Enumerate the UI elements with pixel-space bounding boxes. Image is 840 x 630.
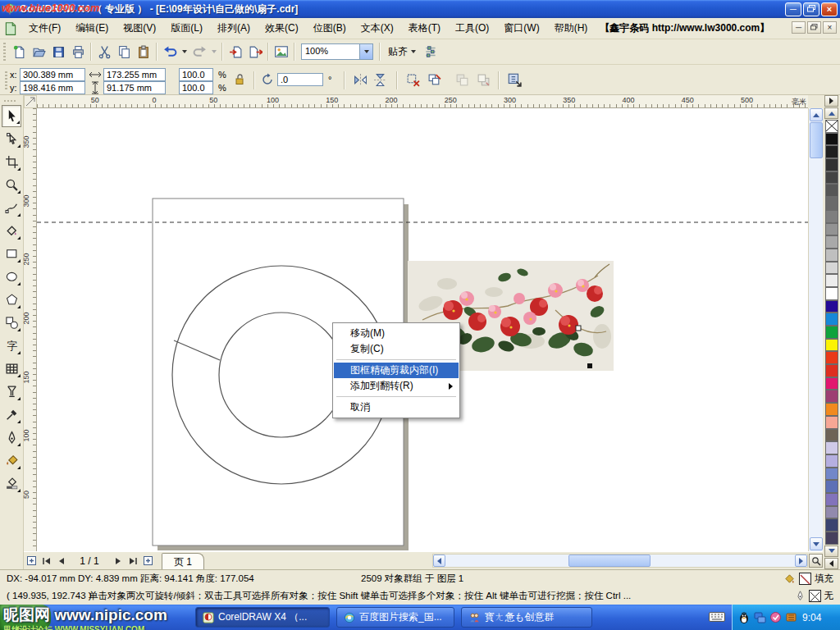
new-button[interactable] [9,42,29,62]
input-method-icon[interactable] [709,611,725,623]
snap-to-button[interactable]: 贴齐 [383,43,421,62]
hscroll-right-button[interactable] [795,555,807,567]
quick-customize-button[interactable] [505,71,523,89]
color-swatch-23[interactable] [825,416,838,429]
shape-tool[interactable] [2,128,21,150]
pick-tool[interactable] [2,105,21,127]
qq-tray-icon[interactable] [737,611,751,624]
doc-restore-button[interactable] [807,21,821,34]
color-swatch-6[interactable] [825,197,838,210]
lock-ratio-icon[interactable] [233,73,246,86]
color-swatch-1[interactable] [825,133,838,146]
menu-item-表格[interactable]: 表格(T) [401,18,448,39]
y-position-field[interactable]: 198.416 mm [20,81,85,94]
color-swatch-18[interactable] [825,351,838,364]
redo-button[interactable] [189,42,209,62]
horizontal-scrollbar[interactable] [432,554,808,568]
export-button[interactable] [245,42,265,62]
menu-item-文本[interactable]: 文本(X) [354,18,401,39]
color-swatch-21[interactable] [825,390,838,403]
swatch-no-color[interactable] [825,120,838,133]
add-page-button-left[interactable] [24,554,39,568]
start-button[interactable] [0,605,51,630]
color-swatch-5[interactable] [825,184,838,197]
color-swatch-4[interactable] [825,171,838,185]
scale-y-field[interactable]: 100.0 [179,81,213,94]
context-menu-item-6[interactable]: 取消 [334,399,459,415]
color-swatch-12[interactable] [825,274,838,287]
color-swatch-3[interactable] [825,158,838,171]
zoom-combo-arrow[interactable] [359,44,372,59]
color-swatch-10[interactable] [825,249,838,262]
scroll-down-button[interactable] [810,537,823,550]
menu-item-窗口[interactable]: 窗口(W) [496,18,546,39]
add-page-button-right[interactable] [140,554,155,568]
copy-button[interactable] [114,42,134,62]
next-page-button[interactable] [111,554,126,568]
menu-item-版面[interactable]: 版面(L) [163,18,210,39]
color-swatch-16[interactable] [825,326,838,339]
object-width-field[interactable]: 173.255 mm [103,68,166,81]
selection-handle-right[interactable] [576,326,581,331]
ruler-origin-corner[interactable] [24,95,37,108]
combine-button[interactable] [404,71,422,89]
network-tray-icon[interactable] [754,611,766,623]
color-swatch-26[interactable] [825,454,838,468]
options-icon[interactable] [421,42,441,62]
minimize-button[interactable]: ─ [785,2,801,16]
toolbar-grip[interactable] [2,43,7,61]
color-swatch-22[interactable] [825,403,838,416]
donut-inner-circle[interactable] [219,313,344,437]
open-button[interactable] [29,42,48,62]
page-tab[interactable]: 页 1 [162,553,204,569]
color-swatch-11[interactable] [825,262,838,275]
color-swatch-14[interactable] [825,300,838,313]
save-button[interactable] [48,42,68,62]
vertical-ruler[interactable]: 35030025020015010050 [24,108,37,551]
color-swatch-31[interactable] [825,518,838,532]
color-swatch-29[interactable] [825,493,838,506]
menu-item-效果[interactable]: 效果(C) [258,18,306,39]
interactive-fill-tool[interactable] [2,472,21,495]
eyedropper-tool[interactable] [2,404,21,426]
menu-item-位图[interactable]: 位图(B) [306,18,354,39]
context-menu-item-0[interactable]: 移动(M) [334,326,459,341]
table-tool[interactable] [2,358,21,380]
color-swatch-19[interactable] [825,364,838,377]
basic-shapes-tool[interactable] [2,312,21,334]
fill-tool[interactable] [2,450,21,472]
x-position-field[interactable]: 300.389 mm [20,68,85,81]
undo-button[interactable] [160,42,180,62]
previous-page-button[interactable] [53,554,68,568]
ungroup-button[interactable] [425,71,443,89]
redo-dropdown[interactable] [209,42,219,62]
doc-minimize-button[interactable]: ─ [792,21,806,34]
horizontal-ruler[interactable]: 毫米 50050100150200250300350400450500 [37,95,808,108]
color-swatch-28[interactable] [825,480,838,493]
hscroll-thumb[interactable] [568,555,651,567]
zoom-tool[interactable] [2,174,21,196]
navigator-button[interactable] [809,554,823,568]
taskbar-button-0[interactable]: CorelDRAW X4 （... [195,607,330,628]
toolbox-grip[interactable] [0,98,23,104]
doc-close-button[interactable]: × [823,21,837,34]
menu-item-排列[interactable]: 排列(A) [210,18,258,39]
vscroll-thumb[interactable] [810,122,823,158]
text-tool[interactable]: 字 [2,335,21,357]
palette-flyout-button[interactable] [824,95,838,107]
object-height-field[interactable]: 91.175 mm [103,81,166,94]
taskbar-button-2[interactable]: 寳ㄤ惫も创意群 [461,607,592,628]
close-button[interactable]: × [821,2,838,16]
taskbar-button-1[interactable]: 百度图片搜索_国... [336,607,454,628]
propbar-grip[interactable] [3,71,9,89]
selection-handle-corner[interactable] [587,363,592,368]
security-tray-icon[interactable] [769,611,782,623]
color-swatch-24[interactable] [825,429,838,442]
rotation-angle-field[interactable]: .0 [277,73,323,86]
context-menu-item-4[interactable]: 添加到翻转(R) [334,378,459,394]
menu-item-编辑[interactable]: 编辑(E) [68,18,116,39]
menu-item-工具[interactable]: 工具(O) [448,18,496,39]
hscroll-left-button[interactable] [433,555,445,567]
color-swatch-8[interactable] [825,223,838,236]
print-button[interactable] [68,42,88,62]
